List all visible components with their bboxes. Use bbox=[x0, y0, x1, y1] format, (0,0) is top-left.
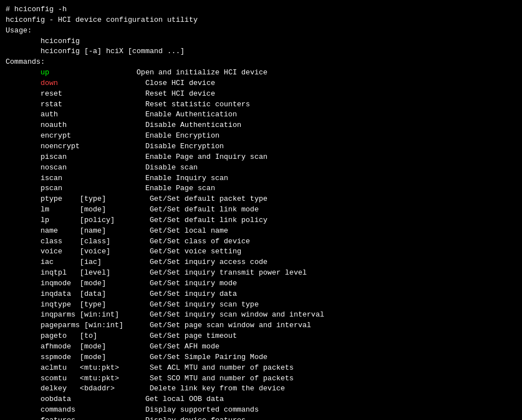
term-line: iscan Enable Inquiry scan bbox=[6, 173, 516, 184]
term-line: name [name] Get/Set local name bbox=[6, 226, 516, 237]
term-line: afhmode [mode] Get/Set AFH mode bbox=[6, 342, 516, 352]
term-line: # hciconfig -h bbox=[6, 4, 516, 15]
term-line: pageparms [win:int] Get/Set page scan wi… bbox=[6, 320, 516, 331]
term-line: Usage: bbox=[6, 26, 516, 36]
term-line: hciconfig [-a] hciX [command ...] bbox=[6, 46, 516, 57]
terminal-container: # hciconfig -hhciconfig - HCI device con… bbox=[6, 4, 516, 420]
term-line: ptype [type] Get/Set default packet type bbox=[6, 194, 516, 205]
term-line: reset Reset HCI device bbox=[6, 89, 516, 100]
term-line: inqparms [win:int] Get/Set inquiry scan … bbox=[6, 310, 516, 320]
term-line: noscan Disable scan bbox=[6, 163, 516, 173]
term-line: up Open and initialize HCI device bbox=[6, 68, 516, 78]
term-line: features Display device features bbox=[6, 416, 516, 420]
term-line: noauth Disable Authentication bbox=[6, 120, 516, 131]
term-line: encrypt Enable Encryption bbox=[6, 131, 516, 141]
term-line: pscan Enable Page scan bbox=[6, 183, 516, 194]
term-line: auth Enable Authentication bbox=[6, 110, 516, 120]
term-line: aclmtu <mtu:pkt> Set ACL MTU and number … bbox=[6, 363, 516, 374]
term-line: rstat Reset statistic counters bbox=[6, 100, 516, 110]
term-line: lp [policy] Get/Set default link policy bbox=[6, 215, 516, 226]
term-line: commands Display supported commands bbox=[6, 405, 516, 416]
term-line: hciconfig - HCI device configuration uti… bbox=[6, 15, 516, 26]
term-line: hciconfig bbox=[6, 36, 516, 47]
term-line: lm [mode] Get/Set default link mode bbox=[6, 205, 516, 215]
term-line: scomtu <mtu:pkt> Set SCO MTU and number … bbox=[6, 374, 516, 384]
term-line: delkey <bdaddr> Delete link key from the… bbox=[6, 384, 516, 394]
term-line: inqtype [type] Get/Set inquiry scan type bbox=[6, 300, 516, 310]
cmd-down: down bbox=[40, 79, 58, 87]
term-line: inqdata [data] Get/Set inquiry data bbox=[6, 289, 516, 300]
term-line: noencrypt Disable Encryption bbox=[6, 141, 516, 152]
term-line: Commands: bbox=[6, 57, 516, 68]
term-line: iac [iac] Get/Set inquiry access code bbox=[6, 257, 516, 268]
term-line: voice [voice] Get/Set voice setting bbox=[6, 247, 516, 257]
term-line: piscan Enable Page and Inquiry scan bbox=[6, 152, 516, 163]
term-line: class [class] Get/Set class of device bbox=[6, 237, 516, 247]
term-line: down Close HCI device bbox=[6, 78, 516, 89]
term-line: oobdata Get local OOB data bbox=[6, 394, 516, 405]
term-line: pageto [to] Get/Set page timeout bbox=[6, 331, 516, 342]
term-line: sspmode [mode] Get/Set Simple Pairing Mo… bbox=[6, 352, 516, 363]
term-line: inqmode [mode] Get/Set inquiry mode bbox=[6, 279, 516, 289]
term-line: inqtpl [level] Get/Set inquiry transmit … bbox=[6, 268, 516, 279]
cmd-up: up bbox=[40, 68, 49, 77]
